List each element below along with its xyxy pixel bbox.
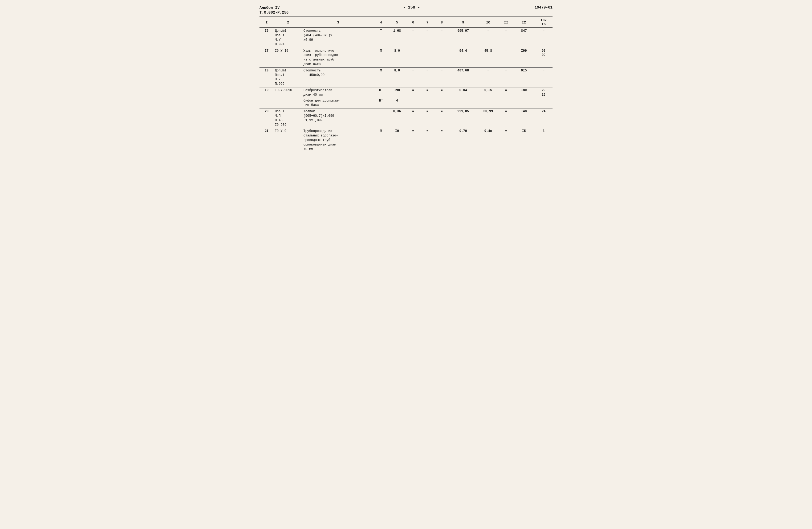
- row-col6-20: =: [406, 109, 420, 128]
- row-col10-18: =: [477, 68, 499, 87]
- page-container: Альбом IV Т.О.002-Р.256 - 158 - 19479-01…: [260, 5, 552, 152]
- row-code-19: I9-У-9090: [274, 87, 302, 98]
- row-col13-17: 9090: [535, 48, 552, 68]
- table-row: 2I I9-У-9 Трубопроводы изстальных водога…: [260, 128, 552, 152]
- col-header-5: 5: [388, 17, 406, 28]
- column-header-row: I 2 3 4 5 6 7 8 9 IO II I2 I3/I6: [260, 17, 552, 28]
- row-col7-18: =: [420, 68, 435, 87]
- col-header-9: 9: [449, 17, 477, 28]
- row-col12-21: I5: [513, 128, 534, 152]
- row-unit-19b: HT: [374, 98, 388, 109]
- table-row: 20 Поз.IЧ.ПП.468I9-979 Колпак(905+60,7)х…: [260, 109, 552, 128]
- row-num-17: I7: [260, 48, 274, 68]
- main-table: I 2 3 4 5 6 7 8 9 IO II I2 I3/I6 I6 Доп.…: [260, 17, 552, 152]
- row-col8-17: =: [435, 48, 449, 68]
- row-col9-21: 0,79: [449, 128, 477, 152]
- table-row: I8 Доп.№1Поз.1Ч.7П.999 Стоимость 458х0,9…: [260, 68, 552, 87]
- row-unit-20: T: [374, 109, 388, 128]
- row-code-20: Поз.IЧ.ПП.468I9-979: [274, 109, 302, 128]
- row-col8-20: =: [435, 109, 449, 128]
- table-row: I7 I9-У=I9 Узлы технологиче-ских трубопр…: [260, 48, 552, 68]
- album-title: Альбом IV: [260, 5, 289, 10]
- row-col5-17: 8,0: [388, 48, 406, 68]
- row-code-17: I9-У=I9: [274, 48, 302, 68]
- row-col7-16: =: [420, 28, 435, 48]
- table-row: I6 Доп.№1Поз.1Ч.УП.004 Стоимость(404+(40…: [260, 28, 552, 48]
- table-row: I9 I9-У-9090 Разбрызгивателидиам.40 мм H…: [260, 87, 552, 98]
- col-header-7: 7: [420, 17, 435, 28]
- row-col5-20: 0,36: [388, 109, 406, 128]
- row-col12-18: 9I5: [513, 68, 534, 87]
- row-col6-18: =: [406, 68, 420, 87]
- row-col10-19b: [477, 98, 499, 109]
- col-header-6: 6: [406, 17, 420, 28]
- row-col10-17: 45,8: [477, 48, 499, 68]
- row-code-18: Доп.№1Поз.1Ч.7П.999: [274, 68, 302, 87]
- row-code-19b: [274, 98, 302, 109]
- row-unit-19: HT: [374, 87, 388, 98]
- row-col5-19b: 4: [388, 98, 406, 109]
- row-col8-21: =: [435, 128, 449, 152]
- col-header-12: I2: [513, 17, 534, 28]
- col-header-2: 2: [274, 17, 302, 28]
- col-header-3: 3: [302, 17, 374, 28]
- row-col9-16: 995,97: [449, 28, 477, 48]
- row-col13-19: 2929: [535, 87, 552, 98]
- row-col10-20: 60,99: [477, 109, 499, 128]
- col-header-10: IO: [477, 17, 499, 28]
- row-unit-16: T: [374, 28, 388, 48]
- row-num-20: 20: [260, 109, 274, 128]
- row-num-19b: [260, 98, 274, 109]
- row-col13-19b: [535, 98, 552, 109]
- row-col13-20: 24: [535, 109, 552, 128]
- document-id: 19479-01: [535, 5, 552, 10]
- row-col6-21: =: [406, 128, 420, 152]
- row-col11-19b: [499, 98, 513, 109]
- row-col12-17: I99: [513, 48, 534, 68]
- row-col7-21: =: [420, 128, 435, 152]
- col-header-4: 4: [374, 17, 388, 28]
- row-col6-17: =: [406, 48, 420, 68]
- row-col12-20: I48: [513, 109, 534, 128]
- row-col5-19: I98: [388, 87, 406, 98]
- row-code-16: Доп.№1Поз.1Ч.УП.004: [274, 28, 302, 48]
- row-col11-21: =: [499, 128, 513, 152]
- col-header-8: 8: [435, 17, 449, 28]
- row-col9-17: 94,4: [449, 48, 477, 68]
- row-desc-17: Узлы технологиче-ских трубопроводовиз ст…: [302, 48, 374, 68]
- row-col10-19: 0,I5: [477, 87, 499, 98]
- row-col10-21: 0,4н: [477, 128, 499, 152]
- row-col5-21: I9: [388, 128, 406, 152]
- row-desc-19: Разбрызгивателидиам.40 мм: [302, 87, 374, 98]
- row-col9-19: 0,04: [449, 87, 477, 98]
- row-col9-18: 407,68: [449, 68, 477, 87]
- page-number: - 158 -: [403, 5, 420, 10]
- row-desc-20: Колпак(905+60,7)хI,09961,9хI,099: [302, 109, 374, 128]
- row-col8-18: =: [435, 68, 449, 87]
- row-col13-16: =: [535, 28, 552, 48]
- row-num-16: I6: [260, 28, 274, 48]
- row-desc-21: Трубопроводы изстальных водогазо-проводн…: [302, 128, 374, 152]
- row-num-19: I9: [260, 87, 274, 98]
- row-col13-21: 8: [535, 128, 552, 152]
- row-col13-18: =: [535, 68, 552, 87]
- row-unit-21: M: [374, 128, 388, 152]
- col-header-13: I3/I6: [535, 17, 552, 28]
- row-col10-16: =: [477, 28, 499, 48]
- table-row: Сифон для доспрыза-ния бака HT 4 = = =: [260, 98, 552, 109]
- row-col5-16: 1,68: [388, 28, 406, 48]
- row-code-21: I9-У-9: [274, 128, 302, 152]
- row-col11-20: =: [499, 109, 513, 128]
- row-col12-19: I80: [513, 87, 534, 98]
- row-col9-20: 999,05: [449, 109, 477, 128]
- row-col6-19: =: [406, 87, 420, 98]
- row-col8-19: =: [435, 87, 449, 98]
- row-col11-16: =: [499, 28, 513, 48]
- row-desc-18: Стоимость 458х0,99: [302, 68, 374, 87]
- row-col6-19b: =: [406, 98, 420, 109]
- row-col7-20: =: [420, 109, 435, 128]
- row-col6-16: =: [406, 28, 420, 48]
- row-col11-18: =: [499, 68, 513, 87]
- row-desc-16: Стоимость(404+(404-875)хх0,99: [302, 28, 374, 48]
- row-col9-19b: [449, 98, 477, 109]
